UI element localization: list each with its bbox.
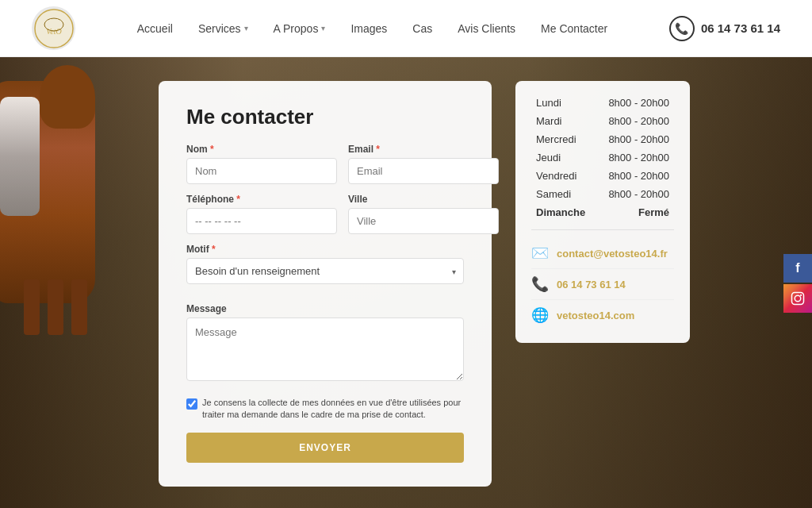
form-row-nom-email: Nom * Email * — [186, 144, 464, 184]
hours-row-lundi: Lundi 8h00 - 20h00 — [531, 94, 674, 112]
tel-required: * — [236, 194, 240, 205]
hours-row-jeudi: Jeudi 8h00 - 20h00 — [531, 148, 674, 167]
nav-apropos[interactable]: A Propos ▾ — [274, 22, 326, 35]
consent-text: Je consens la collecte de mes données en… — [202, 397, 464, 421]
svg-rect-3 — [792, 293, 804, 305]
hero-section: Me contacter Nom * Email * — [0, 57, 812, 508]
consent-checkbox[interactable] — [186, 398, 197, 410]
services-dropdown-arrow: ▾ — [244, 24, 248, 33]
form-group-telephone: Téléphone * — [186, 194, 337, 234]
form-title: Me contacter — [186, 105, 464, 129]
form-group-message: Message — [186, 303, 464, 389]
apropos-dropdown-arrow: ▾ — [321, 24, 325, 33]
nav-services[interactable]: Services ▾ — [198, 22, 248, 35]
consent-row: Je consens la collecte de mes données en… — [186, 397, 464, 421]
nav-accueil[interactable]: Accueil — [137, 22, 173, 35]
hours-mardi: 8h00 - 20h00 — [596, 112, 674, 130]
tel-label: Téléphone * — [186, 194, 337, 205]
ville-input[interactable] — [348, 208, 499, 234]
hours-row-mercredi: Mercredi 8h00 - 20h00 — [531, 130, 674, 148]
hours-mercredi: 8h00 - 20h00 — [596, 130, 674, 148]
nom-input[interactable] — [186, 158, 337, 184]
hours-jeudi: 8h00 - 20h00 — [596, 148, 674, 167]
submit-button[interactable]: ENVOYER — [186, 433, 464, 463]
facebook-button[interactable]: f — [783, 254, 812, 283]
form-group-ville: Ville — [348, 194, 499, 234]
logo-image: VetO — [32, 6, 75, 50]
hours-samedi: 8h00 - 20h00 — [596, 185, 674, 203]
day-lundi: Lundi — [531, 94, 596, 112]
instagram-button[interactable] — [783, 284, 812, 313]
contact-phone-row: 📞 06 14 73 61 14 — [531, 269, 674, 300]
day-jeudi: Jeudi — [531, 148, 596, 167]
contact-phone-link[interactable]: 06 14 73 61 14 — [557, 279, 626, 291]
motif-select-wrapper: Besoin d'un renseignement Consultation U… — [186, 258, 464, 284]
logo-area[interactable]: VetO — [32, 6, 75, 50]
nav-cas[interactable]: Cas — [412, 22, 432, 35]
motif-label: Motif * — [186, 244, 464, 255]
day-dimanche: Dimanche — [531, 203, 596, 221]
contact-website-link[interactable]: vetosteo14.com — [557, 310, 634, 321]
header-phone: 📞 06 14 73 61 14 — [669, 16, 780, 41]
email-input[interactable] — [348, 158, 499, 184]
svg-point-4 — [795, 296, 801, 302]
hours-row-samedi: Samedi 8h00 - 20h00 — [531, 185, 674, 203]
day-mardi: Mardi — [531, 112, 596, 130]
day-vendredi: Vendredi — [531, 167, 596, 185]
nom-label: Nom * — [186, 144, 337, 155]
phone-icon: 📞 — [669, 16, 695, 41]
form-group-email: Email * — [348, 144, 499, 184]
message-textarea[interactable] — [186, 318, 464, 381]
web-icon: 🌐 — [531, 306, 549, 324]
hero-content: Me contacter Nom * Email * — [0, 57, 812, 508]
form-group-nom: Nom * — [186, 144, 337, 184]
message-label: Message — [186, 303, 464, 314]
ville-label: Ville — [348, 194, 499, 205]
telephone-input[interactable] — [186, 208, 337, 234]
email-required: * — [376, 144, 380, 155]
motif-select[interactable]: Besoin d'un renseignement Consultation U… — [186, 258, 464, 284]
form-group-motif: Motif * Besoin d'un renseignement Consul… — [186, 244, 464, 294]
nav-avis[interactable]: Avis Clients — [458, 22, 515, 35]
hours-row-dimanche: Dimanche Fermé — [531, 203, 674, 221]
hours-lundi: 8h00 - 20h00 — [596, 94, 674, 112]
email-label: Email * — [348, 144, 499, 155]
svg-point-5 — [800, 294, 802, 296]
contact-email-row: ✉️ contact@vetosteo14.fr — [531, 238, 674, 269]
hours-divider — [531, 229, 674, 230]
hours-row-mardi: Mardi 8h00 - 20h00 — [531, 112, 674, 130]
contact-website-row: 🌐 vetosteo14.com — [531, 300, 674, 330]
phone-hours-icon: 📞 — [531, 275, 549, 293]
social-sidebar: f — [783, 254, 812, 313]
hours-card: Lundi 8h00 - 20h00 Mardi 8h00 - 20h00 Me… — [515, 81, 690, 343]
contact-email-link[interactable]: contact@vetosteo14.fr — [557, 248, 668, 260]
form-row-tel-ville: Téléphone * Ville — [186, 194, 464, 234]
day-samedi: Samedi — [531, 185, 596, 203]
day-mercredi: Mercredi — [531, 130, 596, 148]
contact-form-card: Me contacter Nom * Email * — [159, 81, 492, 487]
main-nav: Accueil Services ▾ A Propos ▾ Images Cas… — [137, 22, 607, 35]
nav-contact[interactable]: Me Contacter — [541, 22, 607, 35]
hours-dimanche: Fermé — [596, 203, 674, 221]
email-icon: ✉️ — [531, 244, 549, 262]
hours-row-vendredi: Vendredi 8h00 - 20h00 — [531, 167, 674, 185]
site-header: VetO Accueil Services ▾ A Propos ▾ Image… — [0, 0, 812, 57]
hours-vendredi: 8h00 - 20h00 — [596, 167, 674, 185]
nav-images[interactable]: Images — [350, 22, 387, 35]
hours-table: Lundi 8h00 - 20h00 Mardi 8h00 - 20h00 Me… — [531, 94, 674, 221]
required-star: * — [210, 144, 214, 155]
motif-required: * — [212, 244, 216, 255]
